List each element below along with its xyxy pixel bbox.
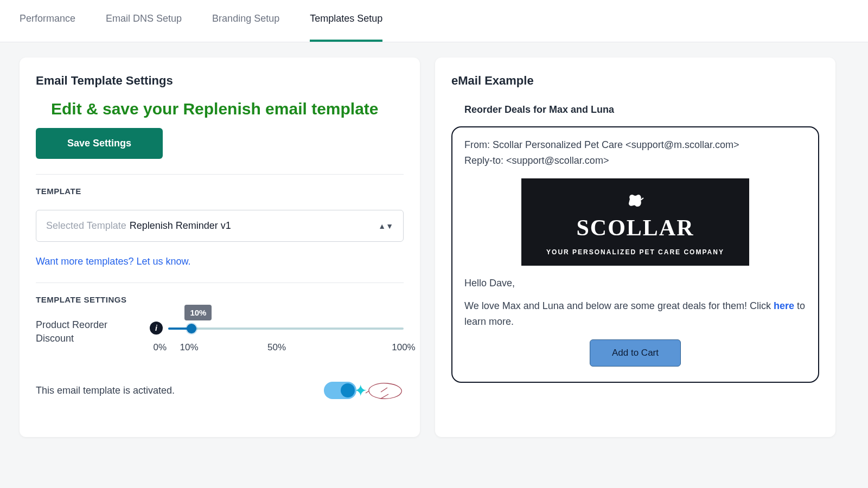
- save-settings-button[interactable]: Save Settings: [36, 128, 163, 159]
- tab-email-dns-setup[interactable]: Email DNS Setup: [106, 13, 182, 42]
- learn-more-link[interactable]: here: [774, 300, 794, 311]
- tab-performance[interactable]: Performance: [20, 13, 75, 42]
- email-subject: Reorder Deals for Max and Luna: [464, 104, 819, 115]
- activated-text: This email template is activated.: [36, 385, 175, 396]
- slider-label: Product Reorder Discount: [36, 318, 133, 345]
- email-body: We love Max and Luna and below are some …: [464, 298, 806, 330]
- more-templates-link[interactable]: Want more templates? Let us know.: [36, 256, 190, 267]
- email-greeting: Hello Dave,: [464, 275, 806, 291]
- slider-tooltip: 10%: [184, 305, 212, 320]
- template-select[interactable]: Selected Template Replenish Reminder v1 …: [36, 210, 404, 242]
- brand-mark-icon: [528, 192, 743, 210]
- slider-tick-50: 50%: [267, 342, 286, 353]
- template-section-label: TEMPLATE: [36, 187, 404, 196]
- select-sort-icon: ▲▼: [378, 222, 393, 230]
- slider-tick-100: 100%: [392, 342, 415, 353]
- slider-tick-0: 0%: [153, 342, 167, 353]
- top-tabs: Performance Email DNS Setup Branding Set…: [0, 0, 868, 42]
- template-settings-section-label: TEMPLATE SETTINGS: [36, 295, 404, 304]
- slider-thumb[interactable]: [187, 324, 196, 333]
- headline: Edit & save your Replenish email templat…: [36, 88, 404, 128]
- brand-tagline: YOUR PERSONALIZED PET CARE COMPANY: [528, 248, 743, 256]
- card-title: eMail Example: [451, 74, 819, 88]
- card-title: Email Template Settings: [36, 74, 404, 88]
- email-reply-to: Reply-to: <support@scollar.com>: [464, 153, 806, 169]
- brand-name: SCOLLAR: [528, 215, 743, 241]
- email-from: From: Scollar Personalized Pet Care <sup…: [464, 137, 806, 153]
- email-template-settings-card: Email Template Settings Edit & save your…: [20, 57, 420, 437]
- divider: [36, 174, 404, 175]
- tab-branding-setup[interactable]: Branding Setup: [212, 13, 279, 42]
- template-select-value: Replenish Reminder v1: [130, 220, 231, 232]
- info-icon[interactable]: i: [150, 322, 163, 335]
- brand-banner: SCOLLAR YOUR PERSONALIZED PET CARE COMPA…: [521, 178, 749, 266]
- hand-pointer-icon: [365, 379, 404, 402]
- template-select-prefix: Selected Template: [46, 220, 126, 232]
- email-preview-panel: From: Scollar Personalized Pet Care <sup…: [451, 126, 819, 383]
- add-to-cart-button[interactable]: Add to Cart: [590, 339, 681, 367]
- tab-templates-setup[interactable]: Templates Setup: [310, 13, 382, 42]
- divider: [36, 282, 404, 283]
- slider-tick-10: 10%: [180, 342, 199, 353]
- email-example-card: eMail Example Reorder Deals for Max and …: [435, 57, 835, 437]
- discount-slider[interactable]: 10%: [168, 328, 404, 330]
- activation-toggle[interactable]: [324, 382, 356, 399]
